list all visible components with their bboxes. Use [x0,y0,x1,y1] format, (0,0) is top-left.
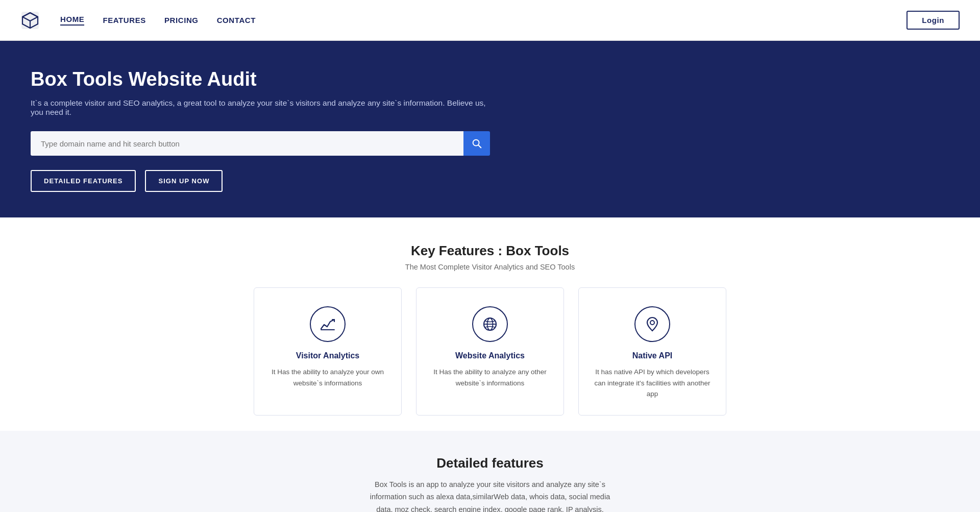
detailed-features-desc: Box Tools is an app to analyze your site… [368,478,612,512]
hero-actions: DETAILED FEATURES SIGN UP NOW [31,170,949,192]
key-features-title: Key Features : Box Tools [31,243,949,259]
login-button[interactable]: Login [906,11,960,30]
logo[interactable] [20,11,40,30]
globe-icon [481,315,499,333]
feature-card-api: Native API It has native API by which de… [578,287,726,416]
navbar: HOME FEATURES PRICING CONTACT Login [0,0,980,41]
key-features-section: Key Features : Box Tools The Most Comple… [0,217,980,431]
nav-left: HOME FEATURES PRICING CONTACT [20,11,256,30]
nav-home[interactable]: HOME [60,15,84,26]
detailed-features-button[interactable]: DETAILED FEATURES [31,170,136,192]
logo-icon [20,11,40,30]
key-features-subtitle: The Most Complete Visitor Analytics and … [31,263,949,271]
visitor-analytics-desc: It Has the ability to analyze your own w… [268,367,387,388]
search-button[interactable] [463,131,490,156]
visitor-analytics-icon-circle [310,306,346,342]
nav-pricing[interactable]: PRICING [164,16,199,25]
nav-contact[interactable]: CONTACT [217,16,256,25]
pin-icon [644,315,661,333]
website-analytics-desc: It Has the ability to analyze any other … [431,367,549,388]
website-analytics-icon-circle [472,306,508,342]
hero-title: Box Tools Website Audit [31,68,949,90]
feature-card-visitor: Visitor Analytics It Has the ability to … [254,287,402,416]
feature-card-website: Website Analytics It Has the ability to … [416,287,564,416]
search-input[interactable] [31,131,463,156]
search-bar [31,131,490,156]
detailed-features-section: Detailed features Box Tools is an app to… [0,431,980,512]
native-api-icon-circle [634,306,670,342]
website-analytics-title: Website Analytics [455,351,525,360]
search-icon [471,138,482,149]
detailed-features-title: Detailed features [31,455,949,471]
nav-features[interactable]: FEATURES [103,16,146,25]
chart-icon [319,315,336,333]
native-api-desc: It has native API by which developers ca… [593,367,712,400]
svg-line-6 [478,145,481,148]
hero-section: Box Tools Website Audit It`s a complete … [0,41,980,217]
visitor-analytics-title: Visitor Analytics [296,351,360,360]
svg-point-11 [650,321,654,325]
feature-cards-row: Visitor Analytics It Has the ability to … [31,287,949,416]
signup-button[interactable]: SIGN UP NOW [145,170,223,192]
hero-subtitle: It`s a complete visitor and SEO analytic… [31,99,490,117]
native-api-title: Native API [632,351,673,360]
nav-links: HOME FEATURES PRICING CONTACT [60,15,256,26]
